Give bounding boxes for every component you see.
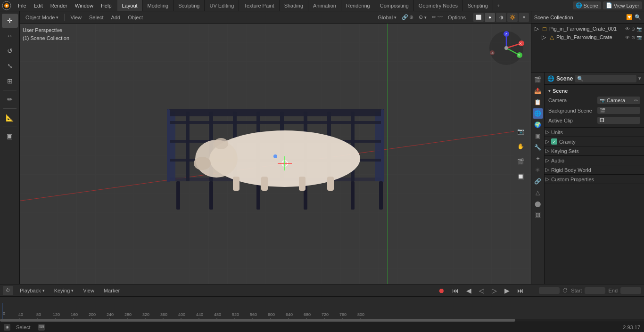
tool-cursor[interactable]: ✛ <box>2 14 18 28</box>
menu-render[interactable]: Render <box>47 2 71 9</box>
shading-solid[interactable]: ● <box>485 13 495 22</box>
tab-scripting[interactable]: Scripting <box>463 0 493 11</box>
keying-sets-section[interactable]: ▷ Keying Sets <box>545 146 644 156</box>
vp-add-btn[interactable]: Add <box>107 14 124 21</box>
current-frame-input[interactable]: 1 <box>539 287 560 294</box>
jump-end-btn[interactable]: ⏭ <box>515 286 526 295</box>
tool-measure[interactable]: 📐 <box>2 111 18 125</box>
tab-geometry-nodes[interactable]: Geometry Nodes <box>414 0 463 11</box>
prop-object-data-icon[interactable]: △ <box>533 187 543 198</box>
camera-view-btn[interactable]: 📷 <box>514 125 527 138</box>
timeline-scrollbar[interactable] <box>0 319 644 322</box>
tab-sculpting[interactable]: Sculpting <box>173 0 205 11</box>
options-button[interactable]: Options <box>444 14 470 21</box>
scene-section-header[interactable]: ▾ Scene <box>548 87 640 95</box>
prop-options-icon[interactable]: ▾ <box>638 75 641 81</box>
prop-search-input[interactable] <box>575 75 636 82</box>
tool-transform[interactable]: ⊞ <box>2 74 18 88</box>
camera-edit-icon[interactable]: ✏ <box>634 98 638 103</box>
snap-controls[interactable]: 🔗⊕ <box>402 14 413 20</box>
menu-edit[interactable]: Edit <box>30 2 47 9</box>
timeline-ruler[interactable]: 0 40 80 120 160 200 240 280 320 360 <box>0 297 644 322</box>
shading-wire[interactable]: ⬜ <box>473 13 484 22</box>
prop-texture-icon[interactable]: 🖼 <box>533 210 543 220</box>
background-scene-value[interactable]: 🎬 <box>597 107 640 114</box>
jump-start-btn[interactable]: ⏮ <box>450 286 461 295</box>
play-reverse-btn[interactable]: ◁ <box>477 286 486 295</box>
outliner-visibility-2[interactable]: 👁 <box>625 35 630 40</box>
tab-modeling[interactable]: Modeling <box>143 0 174 11</box>
tab-add-button[interactable]: + <box>493 1 504 10</box>
menu-window[interactable]: Window <box>71 2 97 9</box>
zoom-view-btn[interactable]: 🔲 <box>514 170 527 183</box>
outliner-render-2[interactable]: 📷 <box>636 35 642 40</box>
outliner-select-1[interactable]: ⊙ <box>631 26 635 32</box>
menu-file[interactable]: File <box>14 2 30 9</box>
gravity-checkbox[interactable]: ✓ <box>551 138 557 145</box>
play-btn[interactable]: ▷ <box>490 286 499 295</box>
prop-particles-icon[interactable]: ✦ <box>533 154 543 164</box>
pan-view-btn[interactable]: ✋ <box>514 140 527 153</box>
prop-output-icon[interactable]: 📤 <box>533 86 543 96</box>
audio-section[interactable]: ▷ Audio <box>545 156 644 165</box>
vp-view-btn[interactable]: View <box>66 14 85 21</box>
keying-btn[interactable]: Keying <box>51 287 77 294</box>
menu-help[interactable]: Help <box>97 2 116 9</box>
view-layer-selector[interactable]: 📄 View Layer <box>603 1 642 9</box>
prop-material-icon[interactable]: ⬤ <box>533 199 543 209</box>
active-clip-value[interactable]: 🎞 <box>597 117 640 124</box>
outliner-select-2[interactable]: ⊙ <box>631 35 635 40</box>
outliner-search-icon[interactable]: 🔍 <box>635 14 641 20</box>
shading-settings[interactable]: ▾ <box>519 13 529 22</box>
scene-3d-object[interactable] <box>139 65 412 243</box>
transform-orientation[interactable]: Global <box>374 14 400 21</box>
timeline-scrollbar-thumb[interactable] <box>0 319 515 322</box>
prop-scene-icon[interactable]: 🌐 <box>533 108 543 119</box>
annotate-icon[interactable]: ✏ <box>432 14 436 20</box>
vp-select-btn[interactable]: Select <box>85 14 107 21</box>
prop-world-icon[interactable]: 🌍 <box>533 120 543 130</box>
prop-render-icon[interactable]: 🎬 <box>533 74 543 85</box>
outliner-item-pig-crate-001[interactable]: ▷ ◻ Pig_in_Farrowing_Crate_001 👁 ⊙ 📷 <box>531 24 644 33</box>
custom-properties-section[interactable]: ▷ Custom Properties <box>545 175 644 184</box>
record-btn[interactable]: ⏺ <box>436 286 446 295</box>
outliner-render-1[interactable]: 📷 <box>636 26 642 32</box>
tab-texture-paint[interactable]: Texture Paint <box>239 0 279 11</box>
outliner-item-pig-crate[interactable]: ▷ △ Pig_in_Farrowing_Crate 👁 ⊙ 📷 <box>531 33 644 41</box>
tool-add-cube[interactable]: ▣ <box>2 129 18 143</box>
outliner-visibility-1[interactable]: 👁 <box>625 26 630 32</box>
tool-rotate[interactable]: ↺ <box>2 44 18 58</box>
prop-modifier-icon[interactable]: 🔧 <box>533 142 543 153</box>
units-section[interactable]: ▷ Units <box>545 128 644 137</box>
vp-object-btn[interactable]: Object <box>124 14 147 21</box>
shading-material[interactable]: ◑ <box>496 13 506 22</box>
prop-object-icon[interactable]: ▣ <box>533 131 543 141</box>
shading-rendered[interactable]: 🔆 <box>507 13 518 22</box>
proportional-editing[interactable]: ⊙ <box>415 13 430 21</box>
wave-icon[interactable]: 〰 <box>438 14 443 20</box>
timeline-mode-icon[interactable]: ⏱ <box>3 286 13 295</box>
prev-frame-btn[interactable]: ◀ <box>464 286 473 295</box>
rigid-body-world-section[interactable]: ▷ Rigid Body World <box>545 165 644 175</box>
tool-scale[interactable]: ⤡ <box>2 59 18 73</box>
tab-uv-editing[interactable]: UV Editing <box>205 0 239 11</box>
view-btn[interactable]: View <box>80 287 97 294</box>
next-frame-btn[interactable]: ▶ <box>503 286 512 295</box>
tab-shading[interactable]: Shading <box>280 0 308 11</box>
marker-btn[interactable]: Marker <box>101 287 123 294</box>
prop-constraints-icon[interactable]: 🔗 <box>533 176 543 186</box>
tab-layout[interactable]: Layout <box>117 0 143 11</box>
outliner-filter-icon[interactable]: 🔽 <box>626 14 633 20</box>
viewport-canvas[interactable]: User Perspective (1) Scene Collection <box>20 24 531 284</box>
tab-compositing[interactable]: Compositing <box>375 0 414 11</box>
prop-physics-icon[interactable]: ⚛ <box>533 165 543 175</box>
gravity-section[interactable]: ▷ ✓ Gravity <box>545 137 644 146</box>
orbit-view-btn[interactable]: 🎬 <box>514 155 527 168</box>
frame-clock-icon[interactable]: ⏱ <box>562 287 568 294</box>
tool-annotate[interactable]: ✏ <box>2 92 18 106</box>
tool-move[interactable]: ↔ <box>2 29 18 43</box>
camera-value[interactable]: 📷 Camera ✏ <box>597 97 640 104</box>
tab-animation[interactable]: Animation <box>308 0 341 11</box>
playback-btn[interactable]: Playback <box>17 287 48 294</box>
navigation-gizmo[interactable]: X Y Z -X <box>487 29 525 67</box>
